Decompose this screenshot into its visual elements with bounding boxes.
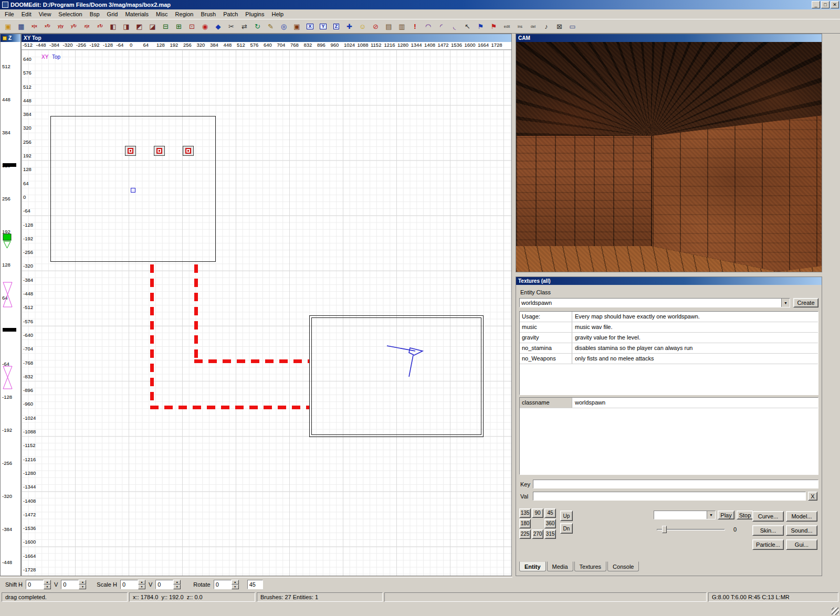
keyvalue-row[interactable]: classname worldspawn xyxy=(520,398,818,408)
dont-select-model-icon[interactable]: ⊘ xyxy=(370,21,382,32)
key-input[interactable] xyxy=(533,480,818,488)
stepper-down-icon[interactable]: ▼ xyxy=(173,585,181,589)
x-view-icon[interactable]: X xyxy=(304,21,316,32)
select-complete-tall-icon[interactable]: ◧ xyxy=(107,21,119,32)
fullscreen-icon[interactable]: ▭ xyxy=(566,21,579,32)
stepper-arrows[interactable]: ▲▼ xyxy=(138,580,145,589)
end-position-flag-icon[interactable]: ⚑ xyxy=(488,21,500,32)
start-position-flag-icon[interactable]: ⚑ xyxy=(475,21,487,32)
gui-select-icon[interactable]: ⊠ xyxy=(553,21,565,32)
light-entity-3[interactable] xyxy=(183,146,194,156)
entity-class-combo[interactable]: worldspawn ▼ xyxy=(519,298,790,307)
select-partial-tall-icon[interactable]: ◩ xyxy=(133,21,145,32)
patch-insert-icon[interactable]: ins xyxy=(514,21,526,32)
selected-brush-wall-top[interactable] xyxy=(194,359,310,363)
curve-button[interactable]: Curve... xyxy=(752,511,784,522)
menu-item[interactable]: Misc xyxy=(152,10,172,18)
z-view-icon[interactable]: Z xyxy=(330,21,342,32)
edit-entity-icon[interactable]: ✎ xyxy=(265,21,277,32)
stepper-up-icon[interactable]: ▲ xyxy=(44,580,51,585)
close-button[interactable]: ✕ xyxy=(831,1,839,8)
stop-button[interactable]: Stop xyxy=(737,511,753,519)
sound-button[interactable]: Sound... xyxy=(786,525,817,536)
entity-color-icon[interactable]: ☺ xyxy=(356,21,369,32)
angle-45-button[interactable]: 45 xyxy=(544,508,556,518)
sound-combo[interactable]: ▼ xyxy=(654,511,716,519)
texture-window-icon[interactable]: ▤ xyxy=(383,21,395,32)
stepper-arrows[interactable]: ▲▼ xyxy=(232,580,239,589)
menu-item[interactable]: Patch xyxy=(219,10,242,18)
hollow-icon[interactable]: ⊡ xyxy=(186,21,198,32)
save-icon[interactable]: ▦ xyxy=(15,21,27,32)
stepper-arrows[interactable]: ▲▼ xyxy=(79,580,86,589)
patch-cap-icon[interactable]: ◠ xyxy=(422,21,434,32)
rotate-x-icon[interactable]: x↻ xyxy=(41,21,54,32)
rotate-input[interactable] xyxy=(214,580,232,589)
stepper-down-icon[interactable]: ▼ xyxy=(232,585,239,589)
tab-textures[interactable]: Textures xyxy=(574,561,607,571)
selected-brush-wall-bottom[interactable] xyxy=(150,406,310,409)
flip-clip-icon[interactable]: ⇄ xyxy=(238,21,250,32)
resize-grip[interactable] xyxy=(832,608,839,615)
rotate-y-icon[interactable]: y↻ xyxy=(68,21,80,32)
scale-v-stepper[interactable]: ▲▼ xyxy=(155,580,181,589)
chevron-down-icon[interactable]: ▼ xyxy=(781,299,790,307)
menu-item[interactable]: Region xyxy=(172,10,197,18)
angle-360-button[interactable]: 360 xyxy=(544,519,556,528)
angle-180-button[interactable]: 180 xyxy=(519,519,531,528)
volume-slider[interactable] xyxy=(657,525,725,534)
flip-y-icon[interactable]: y|y xyxy=(55,21,67,32)
camera-viewport[interactable] xyxy=(516,42,822,272)
shift-h-stepper[interactable]: ▲▼ xyxy=(26,580,51,589)
select-inside-icon[interactable]: ◪ xyxy=(146,21,159,32)
tab-media[interactable]: Media xyxy=(547,561,573,571)
skin-button[interactable]: Skin... xyxy=(752,525,784,536)
scale-v-input[interactable] xyxy=(155,580,173,589)
patch-edit-icon[interactable]: edit xyxy=(501,21,513,32)
angle-315-button[interactable]: 315 xyxy=(544,529,556,539)
light-entity-1[interactable] xyxy=(125,146,136,156)
gui-button[interactable]: Gui... xyxy=(786,539,817,550)
stepper-arrows[interactable]: ▲▼ xyxy=(44,580,51,589)
rotate-step-input[interactable] xyxy=(247,580,263,589)
csg-subtract-icon[interactable]: ⊟ xyxy=(160,21,172,32)
selected-brush-wall-right[interactable] xyxy=(194,264,198,363)
camera-position-marker[interactable] xyxy=(383,338,435,384)
menu-item[interactable]: File xyxy=(1,10,18,18)
chevron-down-icon[interactable]: ▼ xyxy=(707,511,715,519)
particle-button[interactable]: Particle... xyxy=(752,539,784,550)
patch-drill-icon[interactable]: ▣ xyxy=(291,21,303,32)
stepper-up-icon[interactable]: ▲ xyxy=(173,580,181,585)
cursor-select-icon[interactable]: ↖ xyxy=(461,21,474,32)
stepper-up-icon[interactable]: ▲ xyxy=(79,580,86,585)
stepper-down-icon[interactable]: ▼ xyxy=(138,585,145,589)
angle-up-button[interactable]: Up xyxy=(560,511,573,521)
play-button[interactable]: Play xyxy=(718,511,734,519)
patch-delete-icon[interactable]: del xyxy=(527,21,539,32)
maximize-button[interactable]: □ xyxy=(821,1,830,8)
angle-270-button[interactable]: 270 xyxy=(532,529,543,539)
light-entity-2[interactable] xyxy=(154,146,165,156)
scale-h-stepper[interactable]: ▲▼ xyxy=(120,580,145,589)
stepper-down-icon[interactable]: ▼ xyxy=(79,585,86,589)
select-touching-icon[interactable]: ◨ xyxy=(120,21,132,32)
model-button[interactable]: Model... xyxy=(786,511,817,522)
flip-x-icon[interactable]: x|x xyxy=(28,21,40,32)
slider-thumb[interactable] xyxy=(662,526,667,533)
tab-entity[interactable]: Entity xyxy=(519,561,546,571)
stepper-up-icon[interactable]: ▲ xyxy=(232,580,239,585)
selected-brush-wall-left[interactable] xyxy=(150,264,154,409)
angle-dn-button[interactable]: Dn xyxy=(560,523,573,534)
z-view-window[interactable]: Z 51244838432025619212864-64-128-192-256… xyxy=(0,34,21,576)
rotate-z-icon[interactable]: z↻ xyxy=(94,21,106,32)
player-start-entity[interactable] xyxy=(131,188,135,193)
create-button[interactable]: Create xyxy=(793,298,818,307)
patch-endcap-icon[interactable]: ◟ xyxy=(448,21,460,32)
minimize-button[interactable]: _ xyxy=(812,1,820,8)
tab-console[interactable]: Console xyxy=(607,561,639,571)
csg-merge-icon[interactable]: ⊞ xyxy=(173,21,185,32)
val-clear-button[interactable]: X xyxy=(808,492,817,501)
sound-show-icon[interactable]: ♪ xyxy=(540,21,552,32)
scale-h-input[interactable] xyxy=(120,580,138,589)
bsp-warning-icon[interactable]: ! xyxy=(409,21,421,32)
